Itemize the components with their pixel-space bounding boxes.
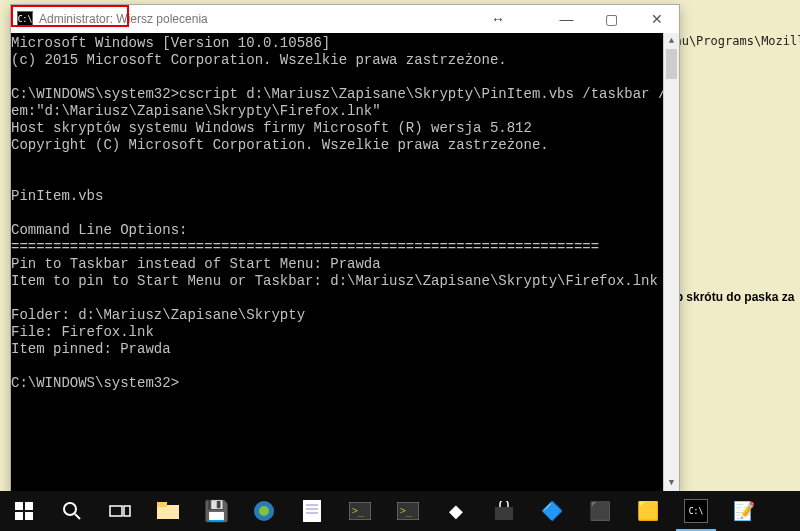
browser-icon xyxy=(252,499,276,523)
taskbar-item-terminal-2[interactable]: >_ xyxy=(384,491,432,531)
svg-rect-1 xyxy=(25,502,33,510)
svg-rect-20 xyxy=(495,507,513,520)
save-icon: 💾 xyxy=(204,499,228,523)
svg-rect-8 xyxy=(157,505,179,519)
console-line: em:"d:\Mariusz\Zapisane\Skrypty\Firefox.… xyxy=(11,103,679,120)
taskbar-item-store[interactable] xyxy=(480,491,528,531)
svg-text:>_: >_ xyxy=(352,505,365,517)
console-line: Host skryptów systemu Windows firmy Micr… xyxy=(11,120,679,137)
console-line xyxy=(11,358,679,375)
taskbar-item-notepad[interactable] xyxy=(288,491,336,531)
taskbar-item-cmd[interactable]: C:\ xyxy=(672,491,720,531)
console-line xyxy=(11,205,679,222)
task-view-icon xyxy=(108,499,132,523)
cmd-window: C:\ Administrator: Wiersz polecenia ↔ — … xyxy=(10,4,680,492)
svg-rect-2 xyxy=(15,512,23,520)
taskbar-item-app-4[interactable]: ⬛ xyxy=(576,491,624,531)
console-line xyxy=(11,154,679,171)
app-5-icon: 🟨 xyxy=(636,499,660,523)
console-line: (c) 2015 Microsoft Corporation. Wszelkie… xyxy=(11,52,679,69)
svg-rect-12 xyxy=(303,500,321,522)
bg-bold-text: lub skrótu do paska za xyxy=(665,290,794,304)
store-icon xyxy=(492,499,516,523)
cmd-icon: C:\ xyxy=(17,11,33,27)
taskbar-item-save[interactable]: 💾 xyxy=(192,491,240,531)
console-line xyxy=(11,171,679,188)
taskbar-item-browser[interactable] xyxy=(240,491,288,531)
console-line: Microsoft Windows [Version 10.0.10586] xyxy=(11,35,679,52)
close-button[interactable]: ✕ xyxy=(634,5,679,33)
maximize-button[interactable]: ▢ xyxy=(589,5,634,33)
console-line: PinItem.vbs xyxy=(11,188,679,205)
window-title: Administrator: Wiersz polecenia xyxy=(39,12,208,26)
taskbar-item-task-view[interactable] xyxy=(96,491,144,531)
app-3-icon: 🔷 xyxy=(540,499,564,523)
file-explorer-icon xyxy=(156,499,180,523)
scroll-thumb[interactable] xyxy=(666,49,677,79)
console-line: Copyright (C) Microsoft Corporation. Wsz… xyxy=(11,137,679,154)
notes-icon: 📝 xyxy=(732,499,756,523)
console-line: Item pinned: Prawda xyxy=(11,341,679,358)
scrollbar[interactable]: ▲ ▼ xyxy=(663,33,679,491)
scroll-down-button[interactable]: ▼ xyxy=(664,475,679,491)
resize-icon: ↔ xyxy=(491,11,505,27)
taskbar-item-start[interactable] xyxy=(0,491,48,531)
app-1-icon: ◆ xyxy=(444,499,468,523)
scroll-track[interactable] xyxy=(664,49,679,475)
svg-rect-0 xyxy=(15,502,23,510)
console-line: C:\WINDOWS\system32>cscript d:\Mariusz\Z… xyxy=(11,86,679,103)
taskbar-item-file-explorer[interactable] xyxy=(144,491,192,531)
taskbar-item-app-1[interactable]: ◆ xyxy=(432,491,480,531)
console-line: Command Line Options: xyxy=(11,222,679,239)
bg-path-text: Menu\Programs\Mozilla xyxy=(660,32,800,50)
svg-rect-7 xyxy=(124,506,130,516)
taskbar-item-notes[interactable]: 📝 xyxy=(720,491,768,531)
app-4-icon: ⬛ xyxy=(588,499,612,523)
svg-point-11 xyxy=(259,506,269,516)
taskbar-item-app-5[interactable]: 🟨 xyxy=(624,491,672,531)
console-line: Folder: d:\Mariusz\Zapisane\Skrypty xyxy=(11,307,679,324)
svg-rect-3 xyxy=(25,512,33,520)
svg-rect-9 xyxy=(157,502,167,507)
background-panel: Menu\Programs\Mozilla xyxy=(660,0,800,490)
cmd-icon: C:\ xyxy=(684,499,708,523)
taskbar: 💾>_>_◆🔷⬛🟨C:\📝 xyxy=(0,491,800,531)
taskbar-item-terminal-1[interactable]: >_ xyxy=(336,491,384,531)
console-line: File: Firefox.lnk xyxy=(11,324,679,341)
svg-text:>_: >_ xyxy=(400,505,413,517)
window-controls: — ▢ ✕ xyxy=(544,5,679,33)
svg-line-5 xyxy=(75,514,80,519)
console-line xyxy=(11,290,679,307)
svg-point-4 xyxy=(64,503,76,515)
console-line: C:\WINDOWS\system32> xyxy=(11,375,679,392)
console-line: Pin to Taskbar instead of Start Menu: Pr… xyxy=(11,256,679,273)
svg-rect-6 xyxy=(110,506,122,516)
start-icon xyxy=(12,499,36,523)
minimize-button[interactable]: — xyxy=(544,5,589,33)
notepad-icon xyxy=(300,499,324,523)
terminal-2-icon: >_ xyxy=(396,499,420,523)
titlebar[interactable]: C:\ Administrator: Wiersz polecenia ↔ — … xyxy=(11,5,679,33)
terminal-1-icon: >_ xyxy=(348,499,372,523)
taskbar-item-search[interactable] xyxy=(48,491,96,531)
console-line xyxy=(11,69,679,86)
taskbar-item-app-3[interactable]: 🔷 xyxy=(528,491,576,531)
scroll-up-button[interactable]: ▲ xyxy=(664,33,679,49)
search-icon xyxy=(60,499,84,523)
console-area[interactable]: Microsoft Windows [Version 10.0.10586](c… xyxy=(11,33,679,491)
console-line: ========================================… xyxy=(11,239,679,256)
console-line: Item to pin to Start Menu or Taskbar: d:… xyxy=(11,273,679,290)
